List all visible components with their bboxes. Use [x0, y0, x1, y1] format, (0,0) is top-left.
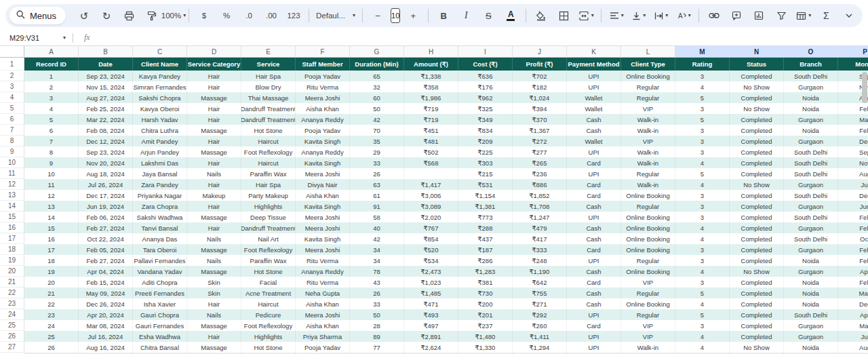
- cell-B14[interactable]: Jun 19, 2024: [79, 201, 133, 212]
- column-header-J[interactable]: J: [513, 46, 567, 58]
- cell-G14[interactable]: 91: [350, 201, 404, 212]
- cell-N22[interactable]: Completed: [730, 288, 784, 298]
- cell-M19[interactable]: 3: [675, 255, 730, 266]
- font-size-input[interactable]: 10: [391, 8, 400, 23]
- cell-G19[interactable]: 34: [350, 255, 404, 266]
- cell-L14[interactable]: Regular: [621, 201, 675, 212]
- cell-C18[interactable]: Tara Oberoi: [133, 244, 187, 255]
- cell-J1[interactable]: Profit (₹): [513, 58, 567, 71]
- cell-J17[interactable]: ₹417: [513, 233, 567, 244]
- cell-I9[interactable]: ₹225: [458, 146, 513, 157]
- cell-O18[interactable]: Gurgaon: [784, 244, 838, 255]
- cell-O3[interactable]: Gurgaon: [784, 81, 838, 92]
- cell-M27[interactable]: 4: [675, 342, 730, 353]
- cell-H27[interactable]: ₹2,624: [404, 342, 458, 353]
- cell-J7[interactable]: ₹1,367: [513, 125, 567, 136]
- cell-G4[interactable]: 60: [350, 92, 404, 103]
- row-header-2[interactable]: 2: [0, 71, 24, 81]
- cell-E14[interactable]: Highlights: [241, 201, 296, 212]
- cell-H5[interactable]: ₹719: [404, 103, 458, 114]
- cell-E16[interactable]: Dandruff Treatment: [241, 222, 296, 233]
- cell-O11[interactable]: South Delhi: [784, 168, 838, 179]
- cell-B2[interactable]: Sep 23, 2024: [79, 71, 133, 81]
- cell-A8[interactable]: 7: [24, 136, 79, 146]
- cell-O14[interactable]: Gurgaon: [784, 201, 838, 212]
- cell-F17[interactable]: Kavita Singh: [296, 233, 350, 244]
- cell-M4[interactable]: 5: [675, 92, 730, 103]
- cell-F7[interactable]: Pooja Yadav: [296, 125, 350, 136]
- cell-B10[interactable]: Nov 20, 2024: [79, 157, 133, 168]
- italic-button[interactable]: I: [455, 7, 477, 24]
- cell-K8[interactable]: Wallet: [567, 136, 621, 146]
- insert-chart-button[interactable]: [748, 7, 770, 24]
- cell-C14[interactable]: Zara Chopra: [133, 201, 187, 212]
- cell-F22[interactable]: Neha Gupta: [296, 288, 350, 298]
- cell-G2[interactable]: 65: [350, 71, 404, 81]
- cell-N23[interactable]: Completed: [730, 298, 784, 309]
- cell-L22[interactable]: Regular: [621, 288, 675, 298]
- cell-M16[interactable]: 4: [675, 222, 730, 233]
- bold-button[interactable]: B: [433, 7, 454, 24]
- cell-B26[interactable]: Jul 16, 2024: [79, 331, 133, 342]
- cell-D6[interactable]: Hair: [187, 114, 241, 125]
- cell-N10[interactable]: Completed: [730, 157, 784, 168]
- cell-H3[interactable]: ₹358: [404, 81, 458, 92]
- cell-M6[interactable]: 5: [675, 114, 730, 125]
- cell-G9[interactable]: 29: [350, 146, 404, 157]
- cell-L24[interactable]: Regular: [621, 309, 675, 320]
- cell-D10[interactable]: Hair: [187, 157, 241, 168]
- cell-I4[interactable]: ₹962: [458, 92, 513, 103]
- cell-A11[interactable]: 10: [24, 168, 79, 179]
- vertical-align-button[interactable]: ▾: [628, 7, 650, 24]
- cell-C24[interactable]: Gauri Chopra: [133, 309, 187, 320]
- cell-L21[interactable]: VIP: [621, 277, 675, 288]
- column-header-C[interactable]: C: [133, 46, 187, 58]
- cell-L19[interactable]: Regular: [621, 255, 675, 266]
- row-header-26[interactable]: 26: [0, 331, 24, 342]
- cell-E25[interactable]: Foot Reflexology: [241, 320, 296, 331]
- cell-P12[interactable]: Jul: [838, 179, 868, 190]
- cell-G27[interactable]: 77: [350, 342, 404, 353]
- column-header-A[interactable]: A: [24, 46, 79, 58]
- cell-C26[interactable]: Esha Wadhwa: [133, 331, 187, 342]
- cell-C11[interactable]: Jaya Bansal: [133, 168, 187, 179]
- cell-B13[interactable]: Dec 17, 2024: [79, 190, 133, 201]
- functions-button[interactable]: Σ: [815, 7, 837, 24]
- cell-D1[interactable]: Service Category: [187, 58, 241, 71]
- cell-G20[interactable]: 78: [350, 266, 404, 277]
- fill-color-button[interactable]: [530, 7, 552, 24]
- cell-D12[interactable]: Hair: [187, 179, 241, 190]
- cell-I11[interactable]: ₹215: [458, 168, 513, 179]
- cell-N7[interactable]: Completed: [730, 125, 784, 136]
- cell-D17[interactable]: Nails: [187, 233, 241, 244]
- cell-F18[interactable]: Meera Joshi: [296, 244, 350, 255]
- cell-K21[interactable]: Card: [567, 277, 621, 288]
- cell-G26[interactable]: 89: [350, 331, 404, 342]
- cell-M18[interactable]: 3: [675, 244, 730, 255]
- cell-P24[interactable]: Apr: [838, 309, 868, 320]
- increase-font-size-button[interactable]: +: [402, 7, 424, 24]
- cell-N14[interactable]: Completed: [730, 201, 784, 212]
- cell-A3[interactable]: 2: [24, 81, 79, 92]
- cell-O10[interactable]: South Delhi: [784, 157, 838, 168]
- cell-A15[interactable]: 14: [24, 212, 79, 222]
- row-header-23[interactable]: 23: [0, 298, 24, 309]
- cell-E11[interactable]: Paraffin Wax: [241, 168, 296, 179]
- cell-F9[interactable]: Ananya Reddy: [296, 146, 350, 157]
- cell-A14[interactable]: 13: [24, 201, 79, 212]
- cell-K17[interactable]: Cash: [567, 233, 621, 244]
- font-family-select[interactable]: Defaul... ▾: [313, 7, 358, 24]
- cell-B27[interactable]: Aug 16, 2024: [79, 342, 133, 353]
- cell-K5[interactable]: Wallet: [567, 103, 621, 114]
- cell-I7[interactable]: ₹834: [458, 125, 513, 136]
- cell-H17[interactable]: ₹854: [404, 233, 458, 244]
- cell-F10[interactable]: Kavita Singh: [296, 157, 350, 168]
- cell-E2[interactable]: Hair Spa: [241, 71, 296, 81]
- cell-D23[interactable]: Hair: [187, 298, 241, 309]
- cell-M8[interactable]: 3: [675, 136, 730, 146]
- cell-P15[interactable]: Feb: [838, 212, 868, 222]
- cell-I20[interactable]: ₹1,283: [458, 266, 513, 277]
- cell-C8[interactable]: Amit Pandey: [133, 136, 187, 146]
- cell-M20[interactable]: 4: [675, 266, 730, 277]
- cell-F5[interactable]: Aisha Khan: [296, 103, 350, 114]
